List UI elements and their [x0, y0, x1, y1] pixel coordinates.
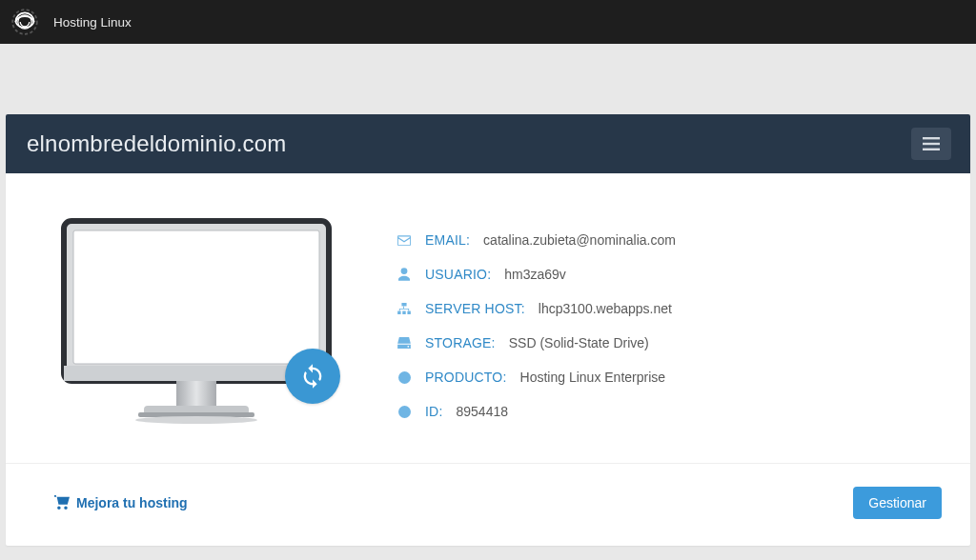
refresh-badge[interactable] — [285, 349, 340, 404]
info-value: lhcp3100.webapps.net — [539, 301, 672, 316]
info-row-id: ID: 8954418 — [396, 394, 942, 429]
svg-rect-2 — [923, 137, 940, 139]
domain-name: elnombredeldominio.com — [27, 130, 287, 157]
product-illustration — [34, 217, 358, 436]
topbar: Hosting Linux — [0, 0, 976, 44]
info-label: SERVER HOST: — [425, 301, 525, 316]
card-body: EMAIL: catalina.zubieta@nominalia.com US… — [6, 173, 970, 463]
info-value: Hosting Linux Enterprise — [520, 370, 666, 385]
svg-rect-4 — [923, 149, 940, 150]
svg-rect-15 — [402, 311, 405, 314]
card-footer: Mejora tu hosting Gestionar — [6, 463, 970, 546]
arrow-circle-icon — [396, 371, 412, 384]
svg-point-12 — [135, 416, 257, 424]
info-label: USUARIO: — [425, 267, 491, 282]
envelope-icon — [396, 235, 412, 246]
svg-rect-13 — [401, 303, 406, 306]
hosting-card: elnombredeldominio.com — [6, 114, 970, 546]
info-label: ID: — [425, 404, 443, 419]
info-row-product: PRODUCTO: Hosting Linux Enterprise — [396, 360, 942, 394]
sitemap-icon — [396, 303, 412, 314]
hdd-icon — [396, 337, 412, 349]
svg-rect-16 — [407, 311, 410, 314]
info-label: PRODUCTO: — [425, 370, 507, 385]
info-label: EMAIL: — [425, 232, 470, 248]
monitor-icon — [58, 217, 335, 436]
upgrade-hosting-label: Mejora tu hosting — [76, 495, 188, 510]
hamburger-icon — [923, 137, 940, 150]
arrow-circle-icon — [396, 406, 412, 418]
info-row-storage: STORAGE: SSD (Solid-State Drive) — [396, 326, 942, 360]
upgrade-hosting-link[interactable]: Mejora tu hosting — [53, 495, 188, 510]
svg-rect-14 — [397, 311, 400, 314]
info-value: 8954418 — [457, 404, 509, 419]
refresh-icon — [299, 363, 326, 390]
info-value: SSD (Solid-State Drive) — [509, 335, 649, 350]
info-list: EMAIL: catalina.zubieta@nominalia.com US… — [396, 217, 942, 436]
topbar-title: Hosting Linux — [53, 15, 132, 30]
manage-button[interactable]: Gestionar — [853, 487, 942, 519]
info-row-user: USUARIO: hm3za69v — [396, 257, 942, 291]
svg-rect-9 — [176, 381, 216, 406]
cart-icon — [53, 495, 71, 510]
info-value: hm3za69v — [504, 267, 566, 282]
info-row-email: EMAIL: catalina.zubieta@nominalia.com — [396, 223, 942, 257]
info-value: catalina.zubieta@nominalia.com — [483, 232, 676, 248]
svg-rect-3 — [923, 143, 940, 145]
info-row-server: SERVER HOST: lhcp3100.webapps.net — [396, 291, 942, 326]
svg-rect-7 — [73, 230, 319, 364]
user-icon — [396, 268, 412, 281]
card-header: elnombredeldominio.com — [6, 114, 970, 173]
info-label: STORAGE: — [425, 335, 496, 350]
menu-button[interactable] — [911, 128, 951, 160]
brand-logo — [10, 7, 40, 37]
